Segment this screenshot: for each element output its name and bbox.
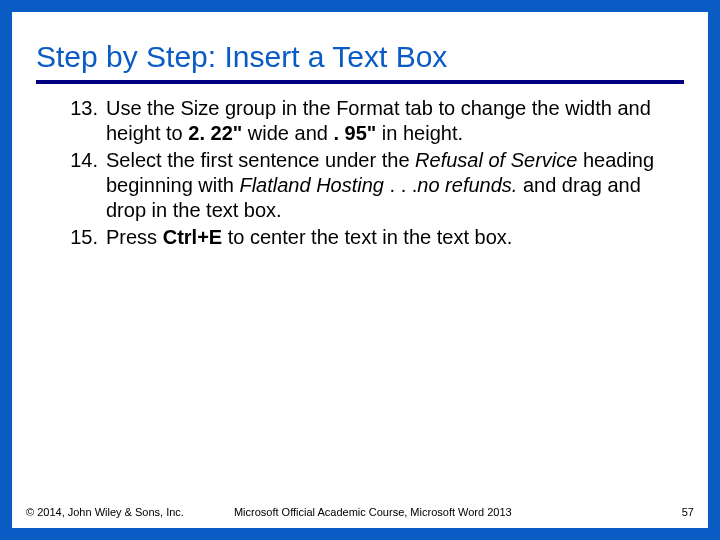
list-item: 15. Press Ctrl+E to center the text in t… (66, 225, 684, 250)
step-text: Select the first sentence under the Refu… (106, 148, 684, 223)
step-number: 13. (66, 96, 106, 146)
slide-title: Step by Step: Insert a Text Box (36, 40, 684, 84)
footer: © 2014, John Wiley & Sons, Inc. Microsof… (26, 506, 694, 518)
slide-content: Step by Step: Insert a Text Box 13. Use … (12, 12, 708, 250)
slide-frame: Step by Step: Insert a Text Box 13. Use … (0, 0, 720, 540)
step-number: 14. (66, 148, 106, 223)
course-text: Microsoft Official Academic Course, Micr… (234, 506, 682, 518)
list-item: 13. Use the Size group in the Format tab… (66, 96, 684, 146)
page-number: 57 (682, 506, 694, 518)
list-item: 14. Select the first sentence under the … (66, 148, 684, 223)
step-list: 13. Use the Size group in the Format tab… (36, 96, 684, 250)
copyright-text: © 2014, John Wiley & Sons, Inc. (26, 506, 184, 518)
step-text: Use the Size group in the Format tab to … (106, 96, 684, 146)
step-number: 15. (66, 225, 106, 250)
step-text: Press Ctrl+E to center the text in the t… (106, 225, 684, 250)
